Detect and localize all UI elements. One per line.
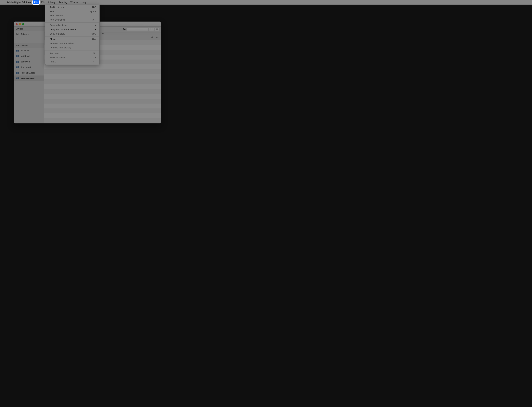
sidebar-device-label: Kobo e…: [21, 33, 29, 35]
svg-rect-3: [17, 50, 17, 52]
sidebar-bookshelf-item[interactable]: All Items: [14, 48, 44, 53]
svg-rect-9: [18, 55, 19, 57]
file-menu-item: Remove from Library: [45, 46, 99, 50]
table-row: [44, 89, 161, 94]
table-row: [44, 103, 161, 109]
menu-item-label: Print…: [50, 60, 92, 63]
svg-rect-32: [156, 30, 158, 30]
svg-rect-21: [18, 72, 19, 74]
svg-rect-22: [16, 78, 17, 79]
svg-rect-29: [152, 30, 152, 30]
table-row: [44, 94, 161, 99]
table-row: [44, 123, 161, 124]
svg-rect-5: [18, 50, 19, 52]
sidebar-device-kobo[interactable]: Kobo e…: [14, 31, 44, 37]
file-menu-item: Print…⌘P: [45, 60, 99, 64]
svg-rect-24: [18, 78, 18, 79]
menubar: Adobe Digital Editions File Edit Library…: [0, 0, 532, 5]
sidebar-bookshelf-item[interactable]: Recently Read: [14, 76, 44, 81]
svg-rect-17: [18, 66, 19, 68]
menu-help[interactable]: Help: [80, 0, 88, 5]
sort-dropdown[interactable]: ⌄: [127, 28, 148, 31]
menu-item-label: New Bookshelf: [50, 18, 92, 22]
file-menu-item: Copy to Library⇧⌘O: [45, 32, 99, 36]
submenu-arrow-icon: [95, 29, 96, 31]
device-gear-button[interactable]: ▾: [122, 28, 126, 31]
file-menu-item[interactable]: Add to Library⌘O: [45, 5, 99, 9]
menu-file[interactable]: File: [32, 0, 40, 5]
table-row: [44, 84, 161, 89]
svg-rect-18: [16, 72, 17, 74]
menu-item-label: Item Info: [50, 52, 93, 55]
table-row: [44, 113, 161, 118]
table-row: [44, 64, 161, 69]
file-menu-item: ReadSpace: [45, 9, 99, 14]
file-menu-item: Copy to Bookshelf: [45, 23, 99, 28]
svg-rect-20: [18, 72, 18, 74]
menu-item-label: Copy to Bookshelf: [50, 24, 94, 27]
file-menu-item: Remove from Bookshelf: [45, 42, 99, 46]
menu-item-label: Remove from Bookshelf: [50, 42, 96, 45]
menu-item-label: Read Recent: [50, 14, 96, 17]
bookshelf-icon: [16, 71, 19, 74]
add-book-button[interactable]: [151, 36, 154, 39]
menu-item-shortcut: ⌘P: [92, 60, 96, 63]
svg-rect-4: [18, 50, 18, 52]
bookshelf-icon: [16, 77, 19, 80]
device-icon: [16, 32, 19, 35]
menu-item-shortcut: ⌘O: [92, 6, 96, 9]
bookshelf-icon: [16, 49, 19, 52]
svg-rect-26: [151, 29, 151, 29]
bookshelf-gear-button[interactable]: ▾: [156, 36, 159, 39]
sidebar-bookshelf-label: Recently Read: [21, 77, 34, 79]
list-view-button[interactable]: [155, 28, 159, 31]
menu-edit[interactable]: Edit: [40, 0, 47, 5]
chevron-down-icon: ⌄: [146, 29, 147, 30]
sidebar-bookshelf-item[interactable]: Borrowed: [14, 59, 44, 64]
file-menu-item: Read Recent: [45, 14, 99, 18]
bookshelf-icon: [16, 60, 19, 63]
file-menu-item[interactable]: Copy to Computer/Device: [45, 28, 99, 32]
sidebar-bookshelf-item[interactable]: Purchased: [14, 64, 44, 70]
sidebar-bookshelf-item[interactable]: Not Read: [14, 53, 44, 59]
menu-library[interactable]: Library: [47, 0, 57, 5]
sidebar-bookshelf-label: Not Read: [21, 55, 30, 57]
svg-rect-8: [18, 55, 18, 57]
app-name[interactable]: Adobe Digital Editions: [5, 1, 32, 4]
submenu-arrow-icon: [95, 25, 96, 26]
file-menu-dropdown: Add to Library⌘OReadSpaceRead RecentNew …: [45, 5, 100, 65]
sidebar-bookshelf-item[interactable]: Recently Added: [14, 70, 44, 76]
svg-rect-23: [17, 77, 17, 79]
svg-rect-15: [17, 66, 17, 68]
bookshelf-icon: [16, 55, 19, 58]
file-menu-item[interactable]: Close⌘W: [45, 37, 99, 42]
menu-separator: [45, 23, 99, 23]
menu-item-label: Remove from Library: [50, 46, 96, 49]
menu-item-shortcut: Space: [90, 10, 96, 13]
file-menu-item: Item Info⌘I: [45, 51, 99, 56]
svg-rect-19: [17, 72, 17, 74]
sidebar-bookshelf-label: All Items: [21, 49, 29, 52]
close-button[interactable]: [16, 23, 18, 25]
sidebar-devices-header: Devices: [14, 27, 44, 31]
sidebar-bookshelf-label: Purchased: [21, 66, 31, 69]
menu-item-label: Copy to Library: [50, 32, 90, 36]
table-row: [44, 109, 161, 113]
bookshelf-icon: [16, 66, 19, 69]
menu-file-label: File: [34, 1, 38, 4]
svg-rect-14: [16, 67, 17, 68]
svg-rect-13: [18, 61, 19, 63]
svg-rect-25: [18, 78, 19, 79]
menu-window[interactable]: Window: [69, 0, 80, 5]
svg-rect-11: [17, 61, 17, 63]
table-row: [44, 118, 161, 123]
menu-item-label: Show In Finder: [50, 56, 92, 59]
grid-view-button[interactable]: [149, 28, 154, 31]
menu-reading[interactable]: Reading: [57, 0, 69, 5]
sidebar-bookshelf-label: Borrowed: [21, 61, 30, 63]
table-row: [44, 99, 161, 103]
table-row: [44, 74, 161, 79]
menu-item-shortcut: ⌘N: [92, 18, 96, 22]
menu-item-label: Read: [50, 10, 90, 13]
menu-item-shortcut: ⌘I: [93, 52, 96, 55]
